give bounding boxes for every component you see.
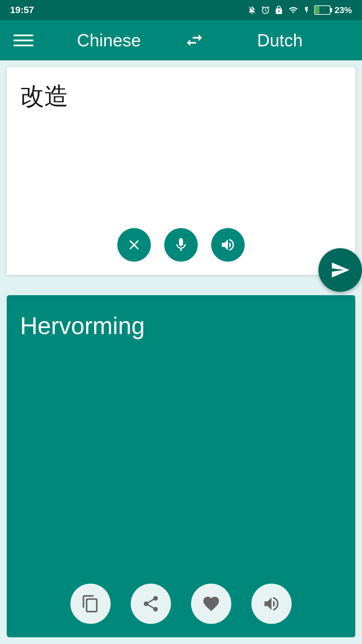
menu-button[interactable] — [13, 35, 40, 46]
translate-button[interactable] — [318, 248, 362, 292]
copy-icon — [81, 594, 100, 613]
svg-rect-2 — [330, 8, 332, 12]
share-icon — [141, 594, 160, 613]
hamburger-line-1 — [13, 35, 34, 36]
speaker-output-button[interactable] — [251, 584, 292, 624]
output-text: Hervorming — [20, 312, 342, 570]
input-section: 改造 — [7, 67, 355, 275]
signal-icon — [288, 5, 299, 15]
input-text[interactable]: 改造 — [20, 80, 342, 221]
notification-muted-icon — [247, 5, 257, 15]
battery-percent: 23% — [335, 5, 352, 15]
swap-icon — [184, 30, 204, 50]
speaker-output-icon — [262, 594, 281, 613]
toolbar: Chinese Dutch — [0, 20, 362, 60]
copy-button[interactable] — [70, 584, 111, 624]
mic-icon — [173, 237, 189, 253]
target-language-selector[interactable]: Dutch — [211, 30, 349, 50]
status-time: 19:57 — [10, 5, 247, 15]
input-actions — [20, 228, 342, 262]
mic-button[interactable] — [164, 228, 198, 262]
output-actions — [20, 570, 342, 624]
speaker-input-icon — [220, 237, 236, 253]
hamburger-line-3 — [13, 45, 34, 46]
charging-icon — [303, 5, 310, 15]
alarm-icon — [261, 5, 270, 15]
speaker-input-button[interactable] — [211, 228, 245, 262]
favorite-button[interactable] — [191, 584, 231, 624]
heart-icon — [202, 594, 221, 613]
output-section: Hervorming — [7, 295, 355, 637]
status-bar: 19:57 23% — [0, 0, 362, 20]
send-icon — [330, 260, 350, 280]
svg-rect-1 — [315, 6, 319, 14]
clear-icon — [126, 237, 142, 253]
battery-indicator: 23% — [314, 5, 352, 15]
status-icons: 23% — [247, 5, 352, 15]
hamburger-line-2 — [13, 40, 34, 41]
swap-languages-button[interactable] — [178, 30, 211, 50]
source-language-selector[interactable]: Chinese — [40, 30, 178, 50]
clear-button[interactable] — [117, 228, 151, 262]
share-button[interactable] — [131, 584, 171, 624]
lock-icon — [274, 5, 284, 15]
